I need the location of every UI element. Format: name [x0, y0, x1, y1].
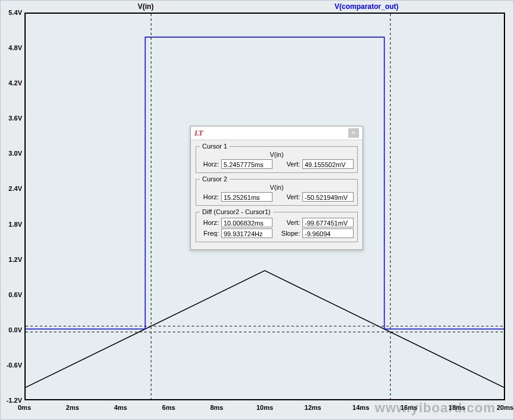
close-icon[interactable]: ×	[348, 128, 359, 138]
cursor-info-popup[interactable]: LT × Cursor 1 V(in) Horz: 5.2457775ms Ve…	[190, 126, 363, 250]
cursor2-title: Cursor 2	[200, 175, 230, 183]
cursor2-vert-field[interactable]: -50.521949mV	[302, 192, 354, 202]
cursor2-group: Cursor 2 V(in) Horz: 15.25261ms Vert: -5…	[196, 175, 358, 206]
diff-vert-label: Vert:	[281, 219, 300, 226]
x-tick-label: 18ms	[448, 404, 465, 411]
cursor1-group: Cursor 1 V(in) Horz: 5.2457775ms Vert: 4…	[196, 143, 358, 173]
y-axis: -1.2V-0.6V0.0V0.6V1.2V1.8V2.4V3.0V3.6V4.…	[1, 1, 23, 400]
y-tick-label: 5.4V	[8, 9, 22, 16]
y-tick-label: 0.6V	[8, 291, 22, 298]
cursor2-vert-label: Vert:	[281, 193, 300, 200]
cursor2-signal: V(in)	[200, 184, 354, 191]
y-tick-label: -0.6V	[7, 362, 22, 369]
cursor1-horz-label: Horz:	[200, 160, 219, 168]
y-tick-label: 2.4V	[8, 185, 22, 192]
diff-horz-label: Horz:	[200, 219, 219, 226]
y-tick-label: 0.0V	[8, 326, 22, 333]
diff-vert-field[interactable]: -99.677451mV	[302, 218, 354, 227]
y-tick-label: 4.8V	[8, 44, 22, 51]
cursor2-horz-label: Horz:	[200, 193, 219, 200]
cursor1-title: Cursor 1	[200, 143, 230, 150]
legend-vcomp: V(comparator_out)	[335, 2, 398, 11]
x-tick-label: 20ms	[497, 404, 513, 411]
popup-titlebar[interactable]: LT ×	[191, 126, 363, 140]
diff-slope-field[interactable]: -9.96094	[302, 228, 354, 238]
diff-freq-label: Freq:	[200, 230, 219, 237]
x-axis: 0ms2ms4ms6ms8ms10ms12ms14ms16ms18ms20ms	[24, 402, 505, 419]
x-tick-label: 2ms	[66, 404, 79, 411]
diff-horz-field[interactable]: 10.006832ms	[221, 218, 273, 227]
lt-logo-icon: LT	[194, 128, 203, 138]
diff-freq-field[interactable]: 99.931724Hz	[221, 228, 273, 238]
legend-vin: V(in)	[138, 2, 154, 11]
x-tick-label: 12ms	[305, 404, 321, 411]
cursor1-horz-field[interactable]: 5.2457775ms	[221, 159, 273, 169]
cursor2-horz-field[interactable]: 15.25261ms	[221, 192, 273, 202]
cursor1-vert-label: Vert:	[281, 160, 300, 168]
x-tick-label: 6ms	[162, 404, 175, 411]
diff-slope-label: Slope:	[281, 230, 300, 237]
y-tick-label: 3.6V	[8, 115, 22, 122]
y-tick-label: -1.2V	[7, 397, 22, 404]
x-tick-label: 8ms	[210, 404, 223, 411]
diff-group: Diff (Cursor2 - Cursor1) Horz: 10.006832…	[196, 208, 358, 242]
y-tick-label: 4.2V	[8, 79, 22, 87]
y-tick-label: 1.8V	[8, 221, 22, 228]
x-tick-label: 4ms	[114, 404, 127, 411]
diff-title: Diff (Cursor2 - Cursor1)	[200, 208, 273, 215]
x-tick-label: 0ms	[18, 404, 31, 411]
cursor1-signal: V(in)	[200, 151, 354, 158]
cursor1-vert-field[interactable]: 49.155502mV	[302, 159, 354, 169]
x-tick-label: 10ms	[256, 404, 273, 411]
y-tick-label: 1.2V	[8, 256, 22, 263]
y-tick-label: 3.0V	[8, 150, 22, 157]
x-tick-label: 14ms	[352, 404, 369, 411]
x-tick-label: 16ms	[401, 404, 417, 411]
popup-body: Cursor 1 V(in) Horz: 5.2457775ms Vert: 4…	[191, 140, 363, 249]
